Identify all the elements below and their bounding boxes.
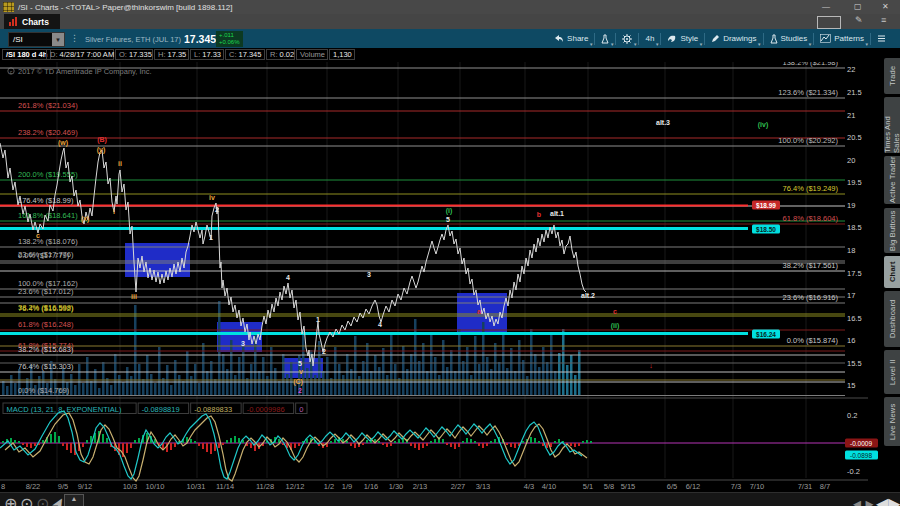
maximize-button[interactable]: ▢ [854,2,862,12]
toolbar-button-menu[interactable] [871,29,892,48]
toolbar-button-gear[interactable]: ▼ [616,29,638,48]
volume-bar [438,375,441,396]
caret-down-icon: ▼ [589,42,593,47]
minimize-button[interactable]: — [822,2,830,12]
scroll-left-icon[interactable]: ◂ ▸ [853,494,874,506]
macd-hist-bar [570,443,572,446]
chart-label: (ii) [611,322,620,330]
chart-label: -0.0898819 [142,405,180,414]
volume-bar [278,381,281,396]
volume-bar [554,371,557,396]
macd-hist-bar [538,441,540,443]
chart-label: 0.0% ($15.874) [787,336,839,345]
sidebar-tab-active-trader[interactable]: Active Trader [884,156,900,204]
chart-label: (iv) [758,121,769,129]
chart-label: 138.2% ($18.076) [18,237,78,246]
volume-bar [342,375,345,396]
sidebar-tab-live-news[interactable]: Live News [884,397,900,446]
volume-bar [286,374,289,396]
active-tool-button[interactable]: ▲ [64,494,84,506]
chart-label: 23.6% ($17.012) [18,287,74,296]
symbol-dropdown[interactable]: ▼ [52,33,64,46]
macd-hist-bar [382,443,384,445]
chart-label: 261.8% ($21.034) [18,101,78,110]
chart-label: 3 [367,271,371,278]
volume-bar [82,383,85,396]
tab-charts[interactable]: Charts [4,14,60,29]
sidebar-tab-dashboard[interactable]: Dashboard [884,291,900,347]
volume-bar [234,375,237,396]
chart-label: 15 [847,381,855,390]
volume-bar [110,385,113,396]
volume-bar [282,354,285,396]
volume-bar [154,383,157,396]
volume-bar [546,362,549,396]
macd-hist-bar [418,443,420,450]
chart-label: 20 [847,156,855,165]
macd-hist-bar [226,440,228,443]
chart-label: ii [118,160,122,167]
volume-bar [186,351,189,396]
volume-bar [370,371,373,396]
link-icon[interactable]: ⋮ [70,33,79,43]
volume-bar [358,376,361,396]
volume-bar [190,376,193,396]
toolbar-button-share[interactable]: Share▼ [548,29,594,48]
sidebar-tab-times-and-sales[interactable]: Times And Sales [884,97,900,153]
chart-label: 5/15 [621,482,636,491]
toolbar-button-drawings[interactable]: Drawings▼ [705,29,762,48]
volume-bar [246,378,249,396]
macd-hist-bar [522,441,524,443]
chart-label: 4 [286,274,290,281]
chart-label: 17.5 [847,269,862,278]
chart-label: 7/31 [798,482,813,491]
sidebar-tab-trade[interactable]: Trade [884,58,900,94]
toolbar-button-4h[interactable]: 4h▼ [639,29,660,48]
chart-label: 1/16 [364,482,379,491]
close-button[interactable]: ✕ [882,2,889,12]
volume-bar [534,354,537,396]
menu-icon[interactable]: ≡ [881,15,886,25]
pan-icon[interactable]: ⊕ [4,494,17,506]
chart-label: 4 [378,321,382,328]
layout-button[interactable] [817,16,841,29]
sidebar-tab-big-buttons[interactable]: Big Buttons [884,208,900,253]
chart-area[interactable]: 2017 © TD Ameritrade IP Company, Inc.c13… [0,62,900,506]
symbol-info: /SI 180 d 4h [2,49,51,60]
zoom-in-icon[interactable]: ⊙ [20,494,33,506]
toolbar-button-style[interactable]: Style▼ [661,29,704,48]
volume-bar [70,374,73,396]
volume-bar [514,371,517,396]
volume-bar [330,378,333,396]
macd-hist-bar [346,441,348,443]
macd-hist-bar [126,443,128,453]
collapse-icon[interactable]: ◀▶ [876,494,900,506]
volume-bar [454,371,457,396]
toolbar-button-flask[interactable]: ▼ [595,29,615,48]
volume-bar [146,355,149,396]
symbol-input[interactable]: /SI ▼ [8,32,65,47]
chart-label: 21 [847,111,855,120]
sidebar-tab-chart[interactable]: Chart [884,256,900,288]
chart-label: 21.5 [847,88,862,97]
chart-label: iii [131,293,137,300]
macd-hist-bar [230,438,232,443]
chart-label: 5 [298,360,302,367]
macd-hist-bar [106,438,108,443]
macd-hist-bar [194,441,196,443]
chart-label: 61.8% ($18.604) [783,214,839,223]
caret-down-icon: ▼ [808,42,812,47]
toolbar-button-patterns[interactable]: Patterns▼ [814,29,870,48]
volume-bar [498,362,501,396]
info-cell: C:17.345 [225,49,265,60]
pencil-icon[interactable]: ✎ [855,15,863,25]
chart-label: 20.5 [847,133,862,142]
sidebar-tab-level-ii[interactable]: Level II [884,350,900,394]
toolbar-button-studies[interactable]: Studies▼ [764,29,814,48]
macd-hist-bar [298,443,300,446]
chart-label: a [477,308,481,315]
macd-hist-bar [130,443,132,448]
chart-label: 10/3 [123,482,138,491]
volume-bar [346,354,349,396]
macd-hist-bar [414,443,416,448]
